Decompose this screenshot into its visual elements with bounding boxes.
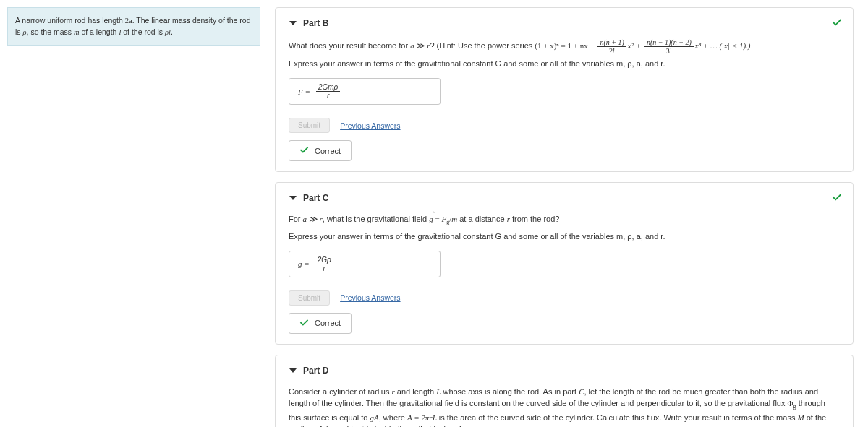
sym-rhol: ρl [165,28,171,36]
chevron-down-icon [289,366,297,375]
part-c-prompt: For a ≫ r, what is the gravitational fie… [289,213,840,228]
part-d-panel: Part D Consider a cylinder of radius r a… [275,355,854,427]
check-icon [831,193,843,204]
part-c-header[interactable]: Part C [289,193,840,203]
problem-statement: A narrow uniform rod has length 2a. The … [7,7,260,46]
part-b-title: Part B [303,18,328,28]
part-b-answer: F = 2Gmρr [289,78,441,105]
problem-text: A narrow uniform rod has length [15,16,125,25]
part-c-answer: g = 2Gρr [289,251,441,277]
submit-button: Submit [289,290,330,306]
part-d-prompt: Consider a cylinder of radius r and leng… [289,386,840,427]
part-b-header[interactable]: Part B [289,18,840,28]
chevron-down-icon [289,194,297,202]
submit-button: Submit [289,118,330,133]
sym-2a: 2a [125,17,132,25]
part-d-title: Part D [303,366,328,376]
sym-m: m [74,28,80,36]
check-icon [831,18,843,30]
part-c-subprompt: Express your answer in terms of the grav… [289,232,840,241]
part-b-prompt: What does your result become for a ≫ r? … [289,38,840,55]
part-b-subprompt: Express your answer in terms of the grav… [289,59,840,68]
correct-badge: Correct [289,313,352,334]
part-c-title: Part C [303,193,328,203]
part-b-panel: Part B What does your result become for … [275,7,854,172]
part-d-header[interactable]: Part D [289,366,840,376]
previous-answers-link[interactable]: Previous Answers [340,293,400,302]
correct-badge: Correct [289,140,352,161]
part-c-panel: Part C For a ≫ r, what is the gravitatio… [275,182,854,345]
previous-answers-link[interactable]: Previous Answers [340,121,400,130]
chevron-down-icon [289,19,297,27]
